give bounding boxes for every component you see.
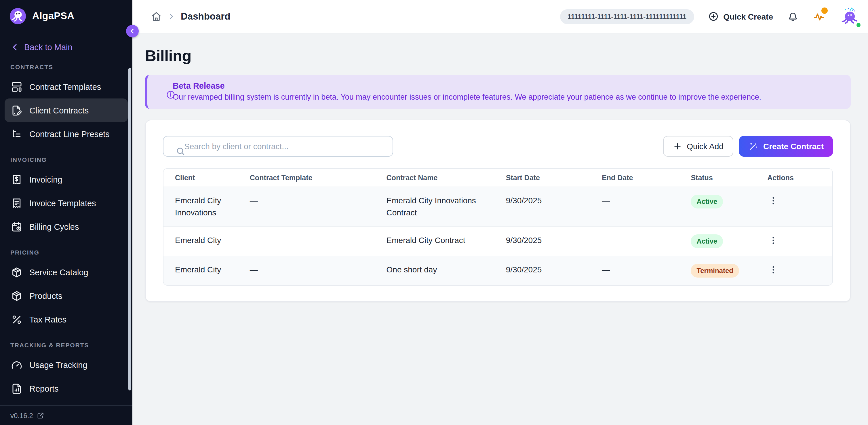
layout-template-icon [11, 81, 23, 92]
status-badge: Active [691, 195, 723, 209]
receipt-text-icon [11, 197, 23, 209]
tenant-id-badge: 11111111-1111-1111-1111-111111111111 [560, 9, 694, 24]
cell-status: Active [679, 187, 756, 226]
sidebar-item-invoice-templates[interactable]: Invoice Templates [5, 191, 128, 215]
contracts-card: Quick Add Create Contract [145, 120, 851, 302]
sidebar-item-label: Invoice Templates [29, 199, 96, 208]
octopus-logo-icon [9, 7, 27, 25]
sidebar-item-label: Invoicing [29, 175, 62, 184]
activity-button[interactable] [813, 10, 826, 23]
column-header-actions: Actions [756, 169, 832, 187]
cell-actions [756, 256, 832, 285]
search-wrap [163, 136, 393, 157]
search-icon [169, 141, 179, 151]
create-contract-label: Create Contract [763, 142, 824, 151]
sidebar-item-label: Service Catalog [29, 268, 88, 277]
sidebar-item-client-contracts[interactable]: Client Contracts [5, 98, 128, 122]
activity-badge-dot [822, 7, 828, 13]
status-badge: Terminated [691, 264, 739, 278]
sidebar-item-label: Reports [29, 384, 59, 393]
cell-start-date: 9/30/2025 [494, 226, 590, 256]
row-actions-menu-button[interactable] [767, 234, 779, 246]
table-row: Emerald City—Emerald City Contract9/30/2… [163, 226, 832, 256]
cell-client: Emerald City [163, 226, 238, 256]
kebab-menu-icon [768, 196, 778, 206]
sidebar-scrollbar-thumb[interactable] [128, 68, 131, 390]
sidebar-item-contract-templates[interactable]: Contract Templates [5, 75, 128, 98]
sidebar-item-label: Tax Rates [29, 315, 66, 324]
section-label: PRICING [10, 249, 122, 256]
column-header-contract-template: Contract Template [238, 169, 375, 187]
kebab-menu-icon [768, 265, 778, 275]
file-pen-icon [11, 104, 23, 116]
beta-release-banner: Beta Release Our revamped billing system… [145, 75, 851, 109]
row-actions-menu-button[interactable] [767, 264, 779, 276]
notifications-button[interactable] [787, 10, 799, 23]
sidebar-section-pricing: PRICINGService CatalogProductsTax Rates [0, 249, 132, 331]
topbar-actions: 11111111-1111-1111-1111-111111111111 Qui… [560, 6, 860, 27]
sidebar-section-tracking-and-reports: TRACKING & REPORTSUsage TrackingReports [0, 341, 132, 405]
sidebar-item-usage-tracking[interactable]: Usage Tracking [5, 353, 128, 376]
cell-contract-name: Emerald City Innovations Contract [375, 187, 494, 226]
cell-actions [756, 187, 832, 226]
sidebar-item-label: Contract Templates [29, 82, 101, 91]
sidebar-item-contract-line-presets[interactable]: Contract Line Presets [5, 122, 128, 146]
sidebar-nav: CONTRACTSContract TemplatesClient Contra… [0, 53, 132, 405]
main-content: Billing Beta Release Our revamped billin… [132, 33, 868, 425]
topbar: Dashboard 11111111-1111-1111-1111-111111… [132, 0, 868, 33]
list-tree-icon [11, 128, 23, 140]
cell-end-date: — [590, 187, 679, 226]
create-contract-button[interactable]: Create Contract [739, 136, 833, 157]
sidebar: AlgaPSA Back to Main CONTRACTSContract T… [0, 0, 132, 425]
table-row: Emerald City—One short day9/30/2025—Term… [163, 256, 832, 285]
sidebar-item-invoicing[interactable]: Invoicing [5, 168, 128, 191]
row-actions-menu-button[interactable] [767, 195, 779, 207]
contracts-table: ClientContract TemplateContract NameStar… [163, 168, 833, 286]
back-to-main-link[interactable]: Back to Main [10, 42, 132, 52]
package-icon [11, 266, 23, 278]
banner-message: Our revamped billing system is currently… [173, 93, 840, 101]
quick-create-button[interactable]: Quick Create [708, 11, 773, 22]
column-header-start-date: Start Date [494, 169, 590, 187]
quick-add-label: Quick Add [687, 142, 723, 151]
cell-contract-template: — [238, 226, 375, 256]
sidebar-section-contracts: CONTRACTSContract TemplatesClient Contra… [0, 63, 132, 146]
sidebar-collapse-button[interactable] [126, 25, 139, 37]
cell-contract-template: — [238, 256, 375, 285]
home-icon[interactable] [151, 11, 162, 22]
plus-icon [673, 142, 682, 151]
cell-start-date: 9/30/2025 [494, 256, 590, 285]
banner-title: Beta Release [173, 81, 840, 90]
cell-end-date: — [590, 256, 679, 285]
cell-contract-name: Emerald City Contract [375, 226, 494, 256]
kebab-menu-icon [768, 236, 778, 245]
calendar-clock-icon [11, 221, 23, 232]
sidebar-item-clipped[interactable] [5, 400, 128, 405]
circle-plus-icon [708, 11, 719, 22]
search-input[interactable] [163, 136, 393, 157]
cell-status: Terminated [679, 256, 756, 285]
external-link-icon[interactable] [37, 412, 44, 419]
sidebar-item-reports[interactable]: Reports [5, 376, 128, 400]
user-avatar[interactable] [839, 6, 860, 27]
chevron-left-icon [10, 42, 20, 52]
column-header-contract-name: Contract Name [375, 169, 494, 187]
sidebar-item-tax-rates[interactable]: Tax Rates [5, 307, 128, 331]
cell-client: Emerald City Innovations [163, 187, 238, 226]
bell-icon [787, 10, 799, 23]
breadcrumb: Dashboard [151, 11, 230, 22]
app-version: v0.16.2 [10, 412, 33, 420]
cell-start-date: 9/30/2025 [494, 187, 590, 226]
sidebar-item-billing-cycles[interactable]: Billing Cycles [5, 215, 128, 238]
table-row: Emerald City Innovations—Emerald City In… [163, 187, 832, 226]
chevron-right-icon [167, 13, 175, 20]
quick-add-button[interactable]: Quick Add [663, 136, 733, 157]
package-icon [11, 290, 23, 301]
sidebar-item-products[interactable]: Products [5, 284, 128, 307]
app-logo-row: AlgaPSA [0, 0, 132, 32]
page-title: Billing [145, 47, 851, 65]
sidebar-footer: v0.16.2 [0, 405, 132, 425]
breadcrumb-current[interactable]: Dashboard [181, 11, 230, 22]
info-icon [157, 82, 166, 92]
sidebar-item-service-catalog[interactable]: Service Catalog [5, 260, 128, 284]
